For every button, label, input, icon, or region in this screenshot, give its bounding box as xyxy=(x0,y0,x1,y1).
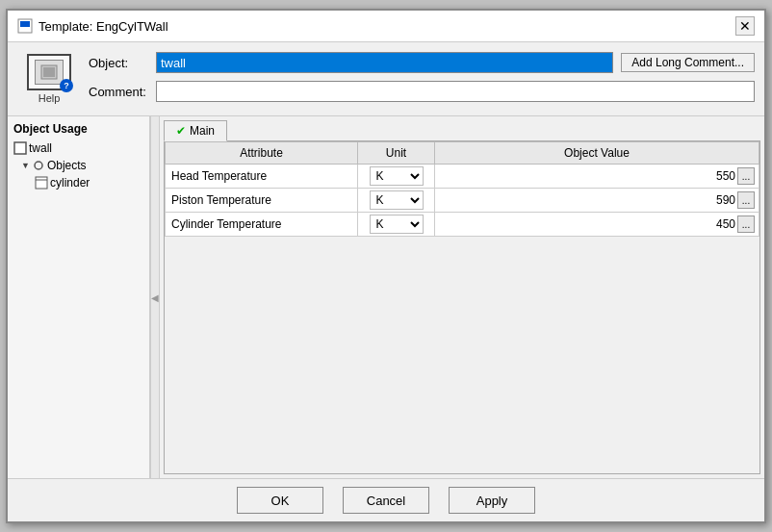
attr-head-temp: Head Temperature xyxy=(166,165,358,189)
twall-label: twall xyxy=(29,141,52,155)
col-header-value: Object Value xyxy=(435,142,759,165)
object-usage-label: Object Usage xyxy=(8,120,149,139)
svg-rect-6 xyxy=(36,177,47,189)
svg-point-5 xyxy=(35,162,42,169)
col-header-attribute: Attribute xyxy=(166,142,358,165)
right-panel: ✔ Main Attribute Unit Object Value xyxy=(160,116,764,478)
splitter[interactable]: ◀ xyxy=(150,116,160,478)
svg-rect-4 xyxy=(14,142,26,154)
table-row: Head Temperature K °C °F xyxy=(166,165,759,189)
close-button[interactable]: ✕ xyxy=(735,16,755,36)
tree-item-twall[interactable]: twall xyxy=(8,139,149,157)
tab-main-label: Main xyxy=(190,124,215,138)
unit-piston-temp: K °C °F xyxy=(358,189,435,213)
top-section: ? Help Object: Add Long Comment... Comme… xyxy=(8,42,764,115)
dialog-icon xyxy=(17,18,33,34)
apply-button[interactable]: Apply xyxy=(449,487,535,514)
table-row: Piston Temperature K °C °F xyxy=(166,189,759,213)
table-row: Cylinder Temperature K °C °F xyxy=(166,213,759,237)
piston-temp-value: 590 xyxy=(439,193,737,207)
help-graphic xyxy=(39,63,59,81)
check-icon: ✔ xyxy=(176,124,186,138)
val-head-temp: 550 ... xyxy=(435,165,759,189)
unit-select-head[interactable]: K °C °F xyxy=(370,166,424,186)
tab-bar: ✔ Main xyxy=(160,116,764,140)
comment-input[interactable] xyxy=(156,81,755,102)
ellipsis-btn-cylinder[interactable]: ... xyxy=(737,215,755,233)
cylinder-temp-value: 450 xyxy=(439,217,737,231)
val-piston-temp: 590 ... xyxy=(435,189,759,213)
help-inner-icon xyxy=(35,60,64,85)
help-label: Help xyxy=(39,92,61,104)
tab-content: Attribute Unit Object Value Head Tempera… xyxy=(164,140,760,474)
objects-icon xyxy=(32,159,45,172)
attributes-table: Attribute Unit Object Value Head Tempera… xyxy=(165,141,759,237)
unit-cylinder-temp: K °C °F xyxy=(358,213,435,237)
object-label: Object: xyxy=(89,56,156,70)
title-bar-left: Template: EngCylTWall xyxy=(17,18,168,34)
tree-item-objects[interactable]: ▼ Objects xyxy=(8,157,149,174)
attr-cylinder-temp: Cylinder Temperature xyxy=(166,213,358,237)
col-header-unit: Unit xyxy=(358,142,435,165)
val-btn-head: 550 ... xyxy=(439,167,755,185)
help-container: ? Help xyxy=(17,48,81,110)
main-layout: ? Help Object: Add Long Comment... Comme… xyxy=(8,42,764,478)
main-dialog: Template: EngCylTWall ✕ ? Help xyxy=(6,9,766,523)
ellipsis-btn-head[interactable]: ... xyxy=(737,167,755,185)
ellipsis-btn-piston[interactable]: ... xyxy=(737,191,755,209)
cancel-button[interactable]: Cancel xyxy=(343,487,429,514)
footer: OK Cancel Apply xyxy=(8,478,764,521)
objects-label: Objects xyxy=(47,159,87,172)
help-box[interactable]: ? xyxy=(27,54,71,90)
val-btn-cylinder: 450 ... xyxy=(439,215,755,233)
val-cylinder-temp: 450 ... xyxy=(435,213,759,237)
question-badge: ? xyxy=(60,79,73,92)
collapse-icon[interactable]: ▼ xyxy=(21,161,30,170)
ok-button[interactable]: OK xyxy=(237,487,323,514)
tree-item-cylinder[interactable]: cylinder xyxy=(8,174,149,191)
svg-rect-3 xyxy=(43,67,55,77)
comment-field-row: Comment: xyxy=(89,81,755,102)
unit-select-piston[interactable]: K °C °F xyxy=(370,190,424,210)
object-field-row: Object: Add Long Comment... xyxy=(89,52,755,73)
attr-piston-temp: Piston Temperature xyxy=(166,189,358,213)
head-temp-value: 550 xyxy=(439,169,737,183)
title-bar: Template: EngCylTWall ✕ xyxy=(8,11,764,42)
tab-main[interactable]: ✔ Main xyxy=(164,120,227,141)
comment-label: Comment: xyxy=(89,85,156,99)
body-section: Object Usage twall ▼ Objects xyxy=(8,115,764,478)
val-btn-piston: 590 ... xyxy=(439,191,755,209)
cylinder-label: cylinder xyxy=(50,176,90,190)
cylinder-icon xyxy=(35,176,48,190)
fields-container: Object: Add Long Comment... Comment: xyxy=(89,52,755,106)
svg-rect-1 xyxy=(20,21,30,27)
add-comment-button[interactable]: Add Long Comment... xyxy=(621,53,755,72)
object-input[interactable] xyxy=(156,52,613,73)
dialog-title: Template: EngCylTWall xyxy=(39,19,168,34)
twall-icon xyxy=(13,141,27,155)
unit-select-cylinder[interactable]: K °C °F xyxy=(370,215,424,234)
unit-head-temp: K °C °F xyxy=(358,165,435,189)
left-panel: Object Usage twall ▼ Objects xyxy=(8,116,150,478)
